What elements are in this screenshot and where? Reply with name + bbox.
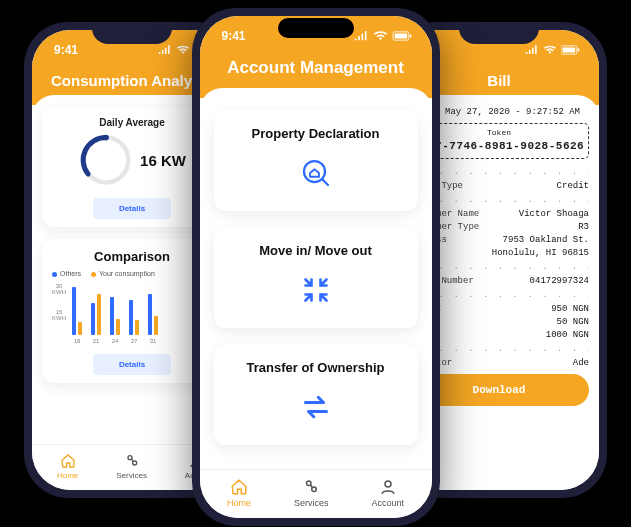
wifi-icon xyxy=(373,31,388,41)
tab-services-label: Services xyxy=(294,498,329,508)
signal-icon xyxy=(158,45,172,55)
svg-point-17 xyxy=(385,481,391,487)
home-icon xyxy=(60,453,76,469)
legend: Others Your consumption xyxy=(52,270,212,277)
svg-rect-10 xyxy=(578,48,580,51)
legend-others: Others xyxy=(52,270,81,277)
card-move-in-out[interactable]: Move in/ Move out xyxy=(214,227,418,328)
details-button[interactable]: Details xyxy=(93,198,171,219)
gauge-icon xyxy=(78,132,134,188)
tab-home-label: Home xyxy=(227,498,251,508)
card-property-declaration[interactable]: Property Declaration xyxy=(214,110,418,211)
notch xyxy=(92,22,172,44)
tab-home-label: Home xyxy=(57,471,78,480)
x-axis-labels: 1821242731 xyxy=(52,338,212,344)
svg-rect-13 xyxy=(409,34,411,37)
transfer-icon xyxy=(226,389,406,429)
arrows-in-icon xyxy=(226,272,406,312)
gauge-value: 16 KW xyxy=(140,152,186,169)
house-search-icon xyxy=(226,155,406,195)
svg-point-4 xyxy=(103,135,109,141)
status-time: 9:41 xyxy=(54,43,78,57)
details-button[interactable]: Details xyxy=(93,354,171,375)
battery-icon xyxy=(392,31,414,41)
services-icon xyxy=(302,478,320,496)
wifi-icon xyxy=(543,45,557,55)
screen: 9:41 Account Management Property Declara… xyxy=(200,16,432,518)
gauge-title: Daily Average xyxy=(52,117,212,128)
tab-home[interactable]: Home xyxy=(227,478,251,508)
svg-rect-9 xyxy=(563,48,576,53)
services-icon xyxy=(124,453,140,469)
signal-icon xyxy=(354,31,369,41)
status-icons xyxy=(525,45,581,55)
content: Property Declaration Move in/ Move out T… xyxy=(200,88,432,469)
tab-account-label: Account xyxy=(371,498,404,508)
dynamic-island xyxy=(278,18,354,38)
status-icons xyxy=(354,31,414,41)
account-icon xyxy=(379,478,397,496)
phone-account: 9:41 Account Management Property Declara… xyxy=(192,8,440,526)
tab-services[interactable]: Services xyxy=(294,478,329,508)
legend-yours: Your consumption xyxy=(91,270,155,277)
comparison-bars: 30KWH 15KWH xyxy=(52,283,212,335)
tab-services-label: Services xyxy=(116,471,147,480)
battery-icon xyxy=(561,45,581,55)
card-title: Move in/ Move out xyxy=(226,243,406,258)
card-title: Property Declaration xyxy=(226,126,406,141)
tab-account[interactable]: Account xyxy=(371,478,404,508)
home-icon xyxy=(230,478,248,496)
wifi-icon xyxy=(176,45,190,55)
card-transfer-ownership[interactable]: Transfer of Ownership xyxy=(214,344,418,445)
comparison-title: Comparison xyxy=(52,249,212,264)
tab-home[interactable]: Home xyxy=(57,453,78,480)
card-title: Transfer of Ownership xyxy=(226,360,406,375)
tab-services[interactable]: Services xyxy=(116,453,147,480)
tab-bar: Home Services Account xyxy=(200,469,432,518)
notch xyxy=(459,22,539,44)
signal-icon xyxy=(525,45,539,55)
status-time: 9:41 xyxy=(222,29,246,43)
svg-rect-12 xyxy=(394,34,407,39)
